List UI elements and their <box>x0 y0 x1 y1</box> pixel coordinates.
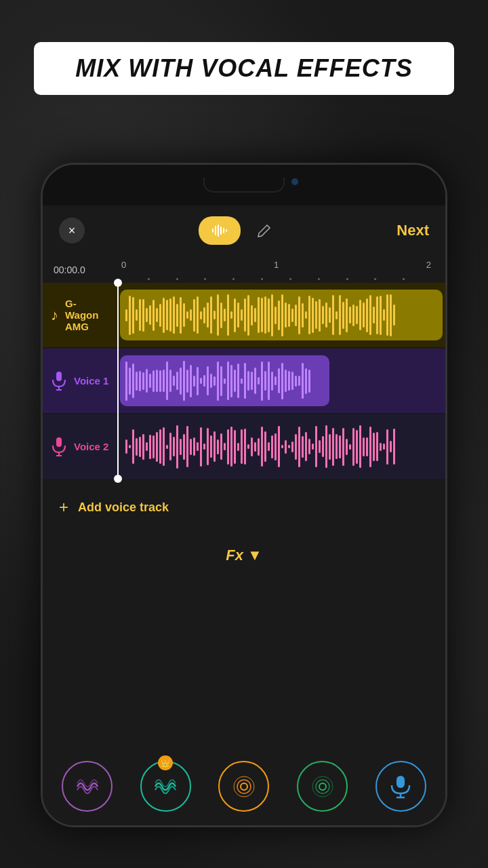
nav-icon-mic[interactable] <box>375 761 426 812</box>
nav-icon-circles[interactable] <box>218 761 269 812</box>
circles-icon-2 <box>309 773 336 800</box>
top-banner: MIX WITH VOCAL EFFECTS <box>34 42 454 95</box>
fx-arrow: ▼ <box>247 547 262 564</box>
track-info-music: ♪ G-Wagon AMG <box>43 298 117 332</box>
track-row-voice2[interactable]: Voice 2 <box>43 414 445 479</box>
track-info-voice1: Voice 1 <box>43 372 117 391</box>
tracks-wrapper: ♪ G-Wagon AMG Voice 1 <box>43 283 445 479</box>
ruler-dot <box>148 278 150 280</box>
ruler-dot <box>374 278 376 280</box>
svg-rect-18 <box>396 776 405 788</box>
mic-nav-icon <box>388 774 413 799</box>
phone-content: × <box>43 205 445 825</box>
timeline-header: 00:00.0 0 1 2 <box>43 256 445 283</box>
ruler-mark-0: 0 <box>121 260 126 270</box>
ruler-dot <box>204 278 206 280</box>
music-note-icon: ♪ <box>51 307 58 324</box>
crown-badge: 👑 <box>158 755 173 770</box>
track-row-music[interactable]: ♪ G-Wagon AMG <box>43 283 445 347</box>
bottom-nav: 👑 <box>43 761 445 812</box>
track-info-voice2: Voice 2 <box>43 437 117 456</box>
svg-rect-0 <box>212 229 214 233</box>
svg-rect-3 <box>220 226 222 235</box>
ruler-dot <box>232 278 235 280</box>
timeline-ruler: 0 1 2 <box>118 260 434 280</box>
next-button[interactable]: Next <box>396 222 429 239</box>
close-button[interactable]: × <box>59 218 85 243</box>
ruler-dot <box>176 278 178 280</box>
phone-frame: × <box>41 163 447 827</box>
add-track-label: Add voice track <box>78 500 169 515</box>
fx-area: Fx ▼ <box>43 536 445 575</box>
svg-point-13 <box>237 780 251 793</box>
ruler-dot <box>346 278 348 280</box>
svg-rect-5 <box>226 229 227 232</box>
ruler-mark-2: 2 <box>426 260 431 270</box>
track-row-voice1[interactable]: Voice 1 <box>43 349 445 413</box>
nav-icon-circles-2[interactable] <box>297 761 348 812</box>
fx-label: Fx <box>226 547 243 564</box>
banner-title: MIX WITH VOCAL EFFECTS <box>75 54 412 82</box>
waveform-tab[interactable] <box>199 216 241 245</box>
ruler-dot <box>261 278 263 280</box>
svg-rect-4 <box>223 228 224 233</box>
waveform-icon <box>212 224 227 237</box>
current-time: 00:00.0 <box>54 264 118 275</box>
plus-icon: + <box>59 498 68 517</box>
svg-point-15 <box>319 783 326 790</box>
ruler-dot <box>403 278 405 280</box>
phone-top-bar <box>43 165 445 205</box>
camera-dot <box>291 178 298 185</box>
mic-icon-voice1 <box>51 372 67 391</box>
svg-point-16 <box>316 780 329 793</box>
track-content-voice2 <box>117 416 445 477</box>
ruler-mark-1: 1 <box>274 260 279 270</box>
track-name-voice2: Voice 2 <box>74 441 108 452</box>
toolbar-center <box>199 216 283 245</box>
svg-rect-1 <box>215 226 216 235</box>
close-icon: × <box>68 224 76 238</box>
fx-button[interactable]: Fx ▼ <box>226 547 262 564</box>
svg-rect-9 <box>56 437 62 447</box>
track-name-voice1: Voice 1 <box>74 375 108 387</box>
waves-icon-2 <box>152 773 179 800</box>
ruler-dot <box>289 278 291 280</box>
edit-tab[interactable] <box>246 216 283 245</box>
waves-icon-1 <box>74 773 101 800</box>
waveform-voice1 <box>120 355 329 406</box>
track-content-music <box>117 284 445 346</box>
track-name-music: G-Wagon AMG <box>65 298 109 332</box>
mic-icon-voice2 <box>51 437 67 456</box>
svg-rect-6 <box>56 372 62 381</box>
track-content-voice1 <box>117 350 445 412</box>
circles-icon-1 <box>230 773 258 800</box>
add-voice-track-button[interactable]: + Add voice track <box>43 479 445 536</box>
phone-notch <box>203 178 285 193</box>
toolbar: × <box>43 205 445 256</box>
svg-rect-2 <box>218 224 219 237</box>
pencil-icon <box>257 223 272 238</box>
waveform-voice2 <box>120 421 443 472</box>
nav-icon-waves-2[interactable]: 👑 <box>140 761 191 812</box>
svg-point-12 <box>241 783 247 790</box>
nav-icon-waves[interactable] <box>62 761 113 812</box>
waveform-music <box>120 290 443 340</box>
ruler-dot <box>318 278 320 280</box>
